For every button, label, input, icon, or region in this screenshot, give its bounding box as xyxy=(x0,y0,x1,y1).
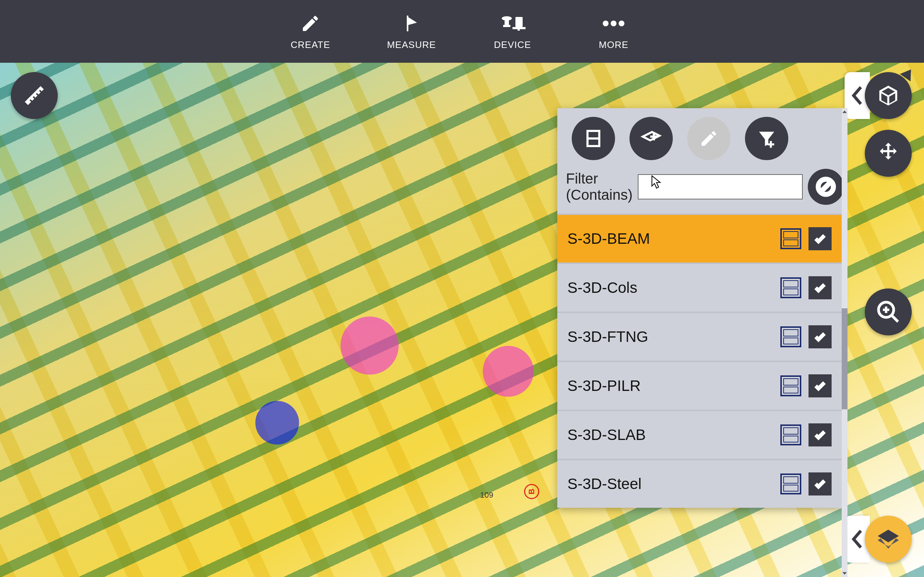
layer-properties-icon[interactable] xyxy=(780,228,801,249)
filter-row: Filter (Contains) xyxy=(557,169,842,213)
layer-properties-icon[interactable] xyxy=(780,277,801,298)
zoom-button[interactable] xyxy=(865,288,912,335)
check-icon xyxy=(814,477,827,490)
svg-rect-5 xyxy=(518,19,520,31)
layer-name: S-3D-Cols xyxy=(567,279,773,297)
layer-name: S-3D-PILR xyxy=(567,377,773,395)
measure-button[interactable]: MEASURE xyxy=(379,13,444,50)
svg-rect-1 xyxy=(505,18,509,25)
zoom-icon xyxy=(875,299,901,325)
more-button[interactable]: MORE xyxy=(581,13,646,50)
device-label: DEVICE xyxy=(494,39,531,50)
funnel-plus-icon xyxy=(756,128,777,148)
layer-visibility-checkbox[interactable] xyxy=(809,374,832,397)
svg-line-10 xyxy=(892,315,898,322)
chevron-left-icon xyxy=(850,85,864,106)
create-button[interactable]: CREATE xyxy=(278,13,343,50)
pencil-icon xyxy=(699,129,719,148)
check-icon xyxy=(814,281,827,294)
clear-filter-button[interactable] xyxy=(808,169,844,205)
layer-visibility-checkbox[interactable] xyxy=(809,227,832,250)
layer-visibility-checkbox[interactable] xyxy=(809,423,832,446)
device-button[interactable]: DEVICE xyxy=(480,13,545,50)
scroll-up-icon[interactable] xyxy=(842,108,848,115)
panel-toolbar xyxy=(557,108,842,169)
view-cube-button[interactable] xyxy=(865,72,912,119)
check-icon xyxy=(814,379,827,392)
layers-icon xyxy=(876,527,901,552)
scrollbar-thumb[interactable] xyxy=(842,308,848,409)
scroll-down-icon[interactable] xyxy=(842,570,848,577)
chevron-left-icon xyxy=(850,528,864,550)
panel-edit-button xyxy=(687,117,730,160)
check-icon xyxy=(814,330,827,343)
cube-icon xyxy=(876,84,900,108)
filter-label: Filter (Contains) xyxy=(566,171,633,203)
ruler-icon xyxy=(22,83,47,108)
layer-properties-icon[interactable] xyxy=(780,424,801,445)
pencil-icon xyxy=(300,13,320,34)
layer-list-item[interactable]: S-3D-Cols xyxy=(557,263,842,311)
pan-button[interactable] xyxy=(865,130,912,177)
layer-visibility-checkbox[interactable] xyxy=(809,472,832,495)
layer-name: S-3D-FTNG xyxy=(567,328,773,345)
layers-button[interactable] xyxy=(865,516,912,562)
check-icon xyxy=(814,232,827,245)
add-layer-icon xyxy=(640,127,662,150)
panel-add-button[interactable] xyxy=(630,117,673,160)
layer-properties-icon[interactable] xyxy=(780,326,801,347)
layer-list-item[interactable]: S-3D-FTNG xyxy=(557,311,842,361)
more-icon xyxy=(601,13,626,34)
layer-filter-panel: Filter (Contains) S-3D-BEAM S-3D-Cols S-… xyxy=(557,108,842,508)
measure-label: MEASURE xyxy=(387,39,436,50)
layer-list-item[interactable]: S-3D-SLAB xyxy=(557,410,842,459)
device-icon xyxy=(499,13,525,34)
split-view-icon xyxy=(583,128,604,148)
layer-name: S-3D-Steel xyxy=(567,475,773,493)
ruler-tool-button[interactable] xyxy=(11,72,58,119)
check-icon xyxy=(814,429,827,442)
layer-list: S-3D-BEAM S-3D-Cols S-3D-FTNG S-3D-PILR … xyxy=(557,213,842,508)
prohibit-icon xyxy=(816,177,836,197)
svg-rect-2 xyxy=(503,25,510,27)
panel-filter-button[interactable] xyxy=(745,117,788,160)
svg-point-6 xyxy=(603,21,609,26)
create-label: CREATE xyxy=(291,39,330,50)
layer-list-item[interactable]: S-3D-Steel xyxy=(557,459,842,508)
svg-point-7 xyxy=(611,21,617,26)
flag-icon xyxy=(402,13,421,34)
svg-point-8 xyxy=(619,21,624,26)
layer-visibility-checkbox[interactable] xyxy=(809,276,832,299)
svg-line-20 xyxy=(821,182,831,192)
main-toolbar: CREATE MEASURE DEVICE MORE xyxy=(0,0,924,63)
panel-scrollbar[interactable] xyxy=(842,108,848,577)
viewport-annotation: 109 xyxy=(480,490,493,500)
layer-list-item[interactable]: S-3D-PILR xyxy=(557,361,842,410)
layer-name: S-3D-BEAM xyxy=(567,230,773,247)
filter-input[interactable] xyxy=(638,174,803,200)
layer-properties-icon[interactable] xyxy=(780,474,801,495)
layer-name: S-3D-SLAB xyxy=(567,426,773,443)
more-label: MORE xyxy=(599,39,628,50)
viewport-grid-marker: B xyxy=(524,484,539,499)
layer-visibility-checkbox[interactable] xyxy=(809,325,832,348)
move-icon xyxy=(876,141,901,166)
layer-list-item[interactable]: S-3D-BEAM xyxy=(557,213,842,263)
panel-split-button[interactable] xyxy=(572,117,615,160)
layer-properties-icon[interactable] xyxy=(780,376,801,396)
